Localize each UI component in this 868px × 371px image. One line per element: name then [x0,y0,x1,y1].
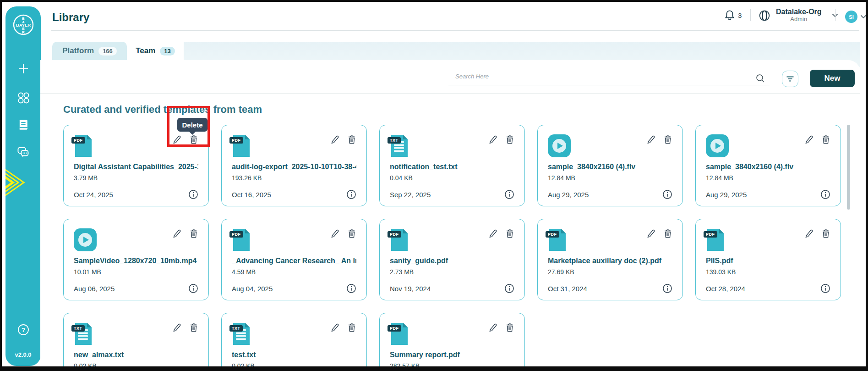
card-date: Aug 29, 2025 [706,191,747,199]
edit-button[interactable] [330,322,340,332]
new-button[interactable]: New [810,70,855,87]
delete-button[interactable] [189,228,198,238]
file-card[interactable]: TXT notification_test.txt 0.04 KB Se [379,125,525,206]
info-icon [820,283,830,293]
chevron-decoration [5,160,29,205]
info-button[interactable] [662,189,672,199]
search-icon[interactable] [755,73,765,83]
info-button[interactable] [820,283,830,293]
info-button[interactable] [662,283,672,293]
pencil-icon [330,135,340,144]
edit-button[interactable] [488,322,498,332]
trash-icon [505,228,514,238]
edit-button[interactable] [646,134,656,144]
txt-file-icon: TXT [232,322,251,345]
trash-icon [505,322,514,332]
svg-text:A: A [22,20,25,24]
info-icon [662,189,672,199]
delete-button[interactable] [821,228,830,238]
apps-grid-icon[interactable] [16,91,30,105]
card-size: 12.84 MB [548,174,672,182]
tab-platform[interactable]: Platform 166 [52,42,127,60]
card-size: 10.01 MB [74,268,198,276]
add-icon[interactable] [17,62,30,75]
info-button[interactable] [504,283,514,293]
header-separator [750,9,751,21]
notifications-button[interactable]: 3 [724,9,742,21]
card-title: audit-log-export_2025-10-10T10-38-46.... [232,163,356,171]
file-card[interactable]: PDF audit-log-export_2025-10-10T10-38-46… [221,125,367,206]
edit-button[interactable] [804,228,814,238]
tab-platform-count: 166 [98,47,117,55]
help-icon[interactable]: ? [16,323,30,337]
pencil-icon [488,229,498,238]
edit-button[interactable] [172,322,182,332]
delete-button[interactable] [505,322,514,332]
info-button[interactable] [188,189,198,199]
search-input[interactable] [448,71,770,85]
file-card[interactable]: PDF sanity_guide.pdf 2.73 MB Nov 19, [379,219,525,300]
scrollbar[interactable] [847,125,850,210]
pdf-file-icon: PDF [232,228,251,251]
app-window: BAYER B A E R [0,0,868,371]
delete-button[interactable] [821,134,830,144]
file-card[interactable]: TXT test.txt 0.02 KB [221,313,367,371]
card-size: 2.73 MB [390,268,514,276]
file-card[interactable]: sample_3840x2160 (4).flv 12.84 MB Aug 29… [695,125,841,206]
card-date: Oct 16, 2025 [232,191,271,199]
edit-button[interactable] [330,228,340,238]
file-card[interactable]: PDF Marketplace auxillary doc (2).pdf 27… [537,219,683,300]
file-card[interactable]: PDF Summary report.pdf 282.57 KB [379,313,525,371]
delete-button[interactable] [505,134,514,144]
edit-button[interactable] [488,134,498,144]
header-separator [835,9,836,21]
info-icon [188,189,198,199]
section-heading: Curated and verified templates from team [63,104,262,116]
pdf-file-icon: PDF [390,228,409,251]
info-button[interactable] [504,189,514,199]
file-card[interactable]: TXT new_almax.txt 0.02 KB [63,313,209,371]
delete-button[interactable] [347,134,356,144]
delete-button[interactable] [347,228,356,238]
toolbar-divider [40,93,860,94]
file-card[interactable]: sample_3840x2160 (4).flv 12.84 MB Aug 29… [537,125,683,206]
edit-button[interactable] [804,134,814,144]
card-size: 4.59 MB [232,268,356,276]
video-file-icon [548,134,571,157]
pencil-icon [804,135,814,144]
file-type-badge: PDF [388,325,401,332]
filter-button[interactable] [782,71,798,87]
library-book-icon[interactable] [17,118,30,131]
delete-button[interactable] [505,228,514,238]
file-card[interactable]: PDF PIIS.pdf 139.03 KB Oct 28, 2024 [695,219,841,300]
file-card[interactable]: PDF _Advancing Cancer Research_ An Inter… [221,219,367,300]
edit-button[interactable] [172,134,182,144]
file-card[interactable]: PDF Digital Assistant Capabilities_2025-… [63,125,209,206]
info-button[interactable] [820,189,830,199]
file-type-badge: TXT [71,325,85,332]
tab-team[interactable]: Team 13 [127,42,184,60]
card-size: 139.03 KB [706,268,830,276]
user-menu[interactable]: SI [845,11,867,23]
delete-button[interactable] [347,322,356,332]
card-size: 193.26 KB [232,174,356,182]
delete-tooltip: Delete [177,118,207,132]
file-type-badge: PDF [704,231,717,238]
edit-button[interactable] [488,228,498,238]
delete-button[interactable] [663,134,672,144]
delete-button[interactable] [663,228,672,238]
card-title: PIIS.pdf [706,257,830,265]
delete-button[interactable] [189,322,198,332]
info-button[interactable] [188,283,198,293]
edit-button[interactable] [330,134,340,144]
edit-button[interactable] [646,228,656,238]
org-switcher[interactable]: Datalake-Org Admin [759,8,838,23]
pencil-icon [330,229,340,238]
info-button[interactable] [346,283,356,293]
chat-bubbles-icon[interactable] [16,146,30,159]
card-date: Aug 29, 2025 [548,191,589,199]
edit-button[interactable] [172,228,182,238]
file-card[interactable]: SampleVideo_1280x720_10mb.mp4 10.01 MB A… [63,219,209,300]
pencil-icon [646,229,656,238]
info-button[interactable] [346,189,356,199]
